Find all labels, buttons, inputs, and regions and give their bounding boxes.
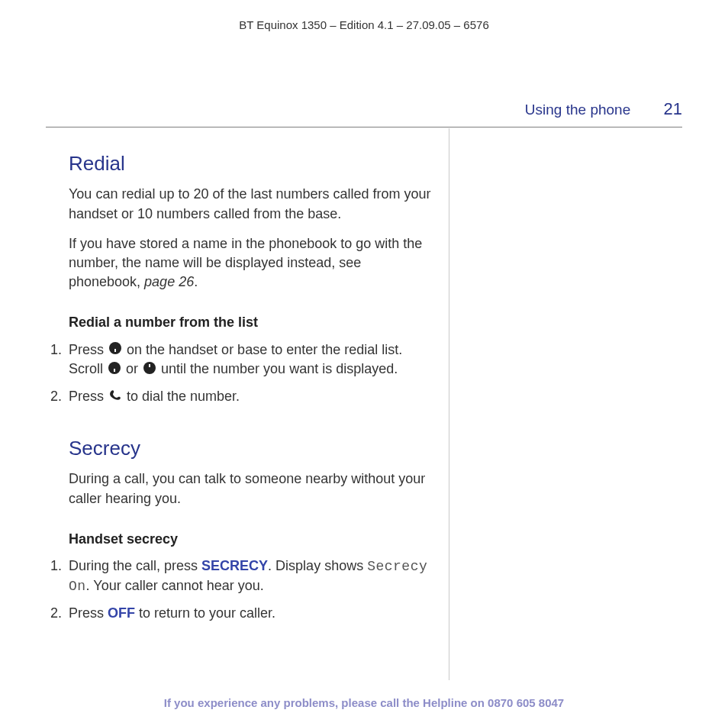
- redial-step-2: Press to dial the number.: [66, 387, 435, 407]
- svg-rect-3: [114, 369, 115, 372]
- page-reference: page 26: [144, 274, 194, 289]
- down-button-icon: [108, 360, 121, 379]
- up-button-icon: [143, 360, 156, 379]
- redial-intro-2: If you have stored a name in the phonebo…: [69, 234, 435, 292]
- helpline-footer: If you experience any problems, please c…: [0, 695, 728, 711]
- secrecy-step-2: Press OFF to return to your caller.: [66, 604, 435, 623]
- secrecy-steps: During the call, press SECRECY. Display …: [66, 557, 435, 624]
- secrecy-key-label: SECRECY: [201, 558, 268, 573]
- svg-rect-1: [114, 349, 116, 352]
- section-name: Using the phone: [525, 102, 630, 118]
- horizontal-rule: [46, 127, 682, 127]
- column-divider: [449, 128, 449, 680]
- svg-point-2: [108, 362, 121, 374]
- svg-rect-5: [149, 364, 150, 367]
- redial-steps: Press on the handset or base to enter th…: [66, 340, 435, 408]
- svg-point-4: [143, 362, 156, 374]
- secrecy-step-1: During the call, press SECRECY. Display …: [66, 557, 435, 596]
- document-header: BT Equinox 1350 – Edition 4.1 – 27.09.05…: [0, 0, 728, 33]
- page-number: 21: [664, 98, 682, 121]
- talk-handset-icon: [109, 388, 121, 407]
- secrecy-intro: During a call, you can talk to someone n…: [69, 469, 435, 508]
- redial-heading: Redial: [69, 150, 435, 177]
- svg-point-0: [109, 342, 121, 354]
- content-column: Redial You can redial up to 20 of the la…: [69, 150, 435, 637]
- helpline-number: 0870 605 8047: [488, 696, 564, 709]
- section-header: Using the phone 21: [525, 98, 682, 121]
- redial-subhead: Redial a number from the list: [69, 313, 435, 332]
- redial-step-1: Press on the handset or base to enter th…: [66, 340, 435, 380]
- secrecy-heading: Secrecy: [69, 434, 435, 462]
- redial-intro-1: You can redial up to 20 of the last numb…: [69, 185, 435, 223]
- secrecy-subhead: Handset secrecy: [69, 530, 435, 549]
- down-button-icon: [109, 340, 121, 360]
- off-key-label: OFF: [108, 605, 135, 621]
